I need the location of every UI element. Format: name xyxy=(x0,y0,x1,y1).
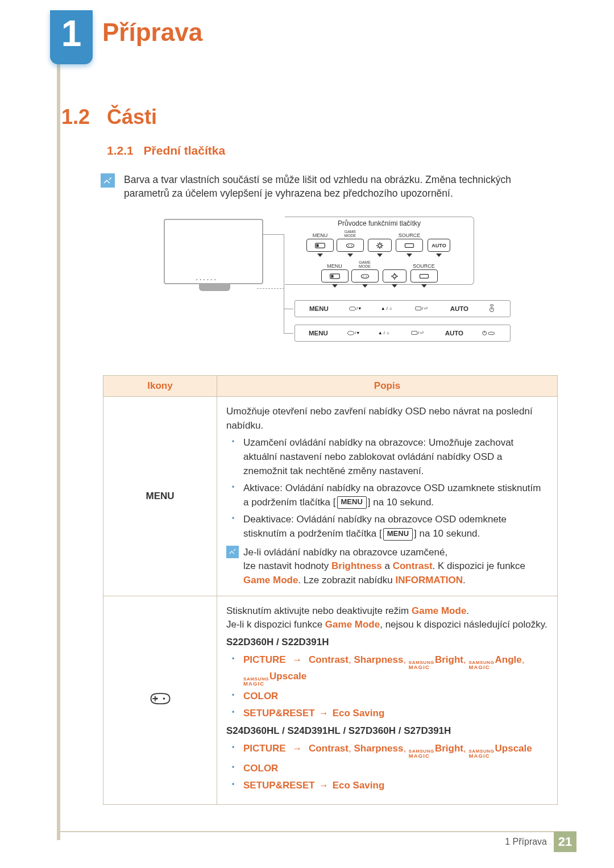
page-number: 21 xyxy=(554,832,576,852)
function-key-guide: Průvodce funkčními tlačítky MENU GAMEMOD… xyxy=(285,217,474,285)
row-desc-menu: Umožňuje otevření nebo zavření nabídky O… xyxy=(217,397,558,596)
gamemode-btn-icon xyxy=(337,239,364,252)
svg-text:/▼: /▼ xyxy=(356,306,362,311)
gamepad-icon xyxy=(148,688,173,712)
svg-rect-15 xyxy=(331,275,333,277)
svg-line-11 xyxy=(377,247,378,248)
note-icon xyxy=(101,173,115,188)
footer-chapter: 1 Příprava xyxy=(505,837,547,847)
row-desc-gamemode: Stisknutím aktivujte nebo deaktivujte re… xyxy=(217,596,558,804)
subsection-number: 1.2.1 xyxy=(107,144,134,157)
subsection-title: Přední tlačítka xyxy=(144,144,226,157)
bullet-picture-2: PICTURE → Contrast, Sharpness, SAMSUNGMA… xyxy=(235,742,548,758)
chapter-number-badge: 1 xyxy=(50,10,93,64)
svg-point-4 xyxy=(378,244,381,247)
bullet-color-2: COLOR xyxy=(235,762,548,776)
menu-pill-icon: MENU xyxy=(337,496,367,509)
guide-row-2: MENU GAMEMODE SOURCE xyxy=(288,260,470,288)
bullet-setup-1: SETUP&RESET→Eco Saving xyxy=(235,707,548,721)
svg-rect-33 xyxy=(412,331,417,335)
svg-line-12 xyxy=(381,243,382,244)
buttons-diagram: • • • • • • Průvodce funkčními tlačítky … xyxy=(164,213,482,367)
menu-pill-icon: MENU xyxy=(383,528,413,541)
svg-line-9 xyxy=(377,243,378,244)
table-row-menu: MENU Umožňuje otevření nebo zavření nabí… xyxy=(103,397,558,596)
menu-intro: Umožňuje otevření nebo zavření nabídky O… xyxy=(226,405,548,433)
section-title: Části xyxy=(107,105,157,129)
chapter-title: Příprava xyxy=(102,18,202,47)
monitor-illustration: • • • • • • xyxy=(164,219,263,284)
guide-title: Průvodce funkčními tlačítky xyxy=(288,219,470,227)
bullet-lock: Uzamčení ovládání nabídky na obrazovce: … xyxy=(235,436,548,478)
section-number: 1.2 xyxy=(61,105,90,129)
svg-rect-13 xyxy=(405,243,414,247)
table-header-icons: Ikony xyxy=(103,376,217,397)
game-mode-label: GAMEMODE xyxy=(345,230,356,238)
subsection-heading: 1.2.1 Přední tlačítka xyxy=(107,144,225,157)
svg-rect-23 xyxy=(420,274,428,278)
svg-rect-37 xyxy=(488,332,494,334)
note-icon xyxy=(226,546,239,558)
svg-point-17 xyxy=(366,276,367,277)
svg-text:/ ⏎: / ⏎ xyxy=(418,330,424,335)
bullet-picture-1: PICTURE → Contrast, Sharpness, SAMSUNGMA… xyxy=(235,653,548,686)
footer: 1 Příprava 21 xyxy=(57,831,576,852)
table-header-desc: Popis xyxy=(217,376,558,397)
models-group-1: S22D360H / S22D391H xyxy=(226,636,548,650)
row-icon-menu: MENU xyxy=(103,397,217,596)
up-brightness-icon: ▲ / ☼ xyxy=(381,305,396,312)
svg-point-2 xyxy=(349,245,350,246)
locked-note: Je-li ovládání nabídky na obrazovce uzam… xyxy=(226,546,548,588)
bullet-activate: Aktivace: Ovládání nabídky na obrazovce … xyxy=(235,481,548,509)
guide-row-1: MENU GAMEMODE SOURCE xyxy=(288,230,470,257)
buttons-table: Ikony Popis MENU Umožňuje otevření nebo … xyxy=(103,375,558,805)
svg-point-18 xyxy=(393,275,396,278)
svg-text:/ ⏎: / ⏎ xyxy=(422,306,428,311)
button-strip-1: MENU /▼ ▲ / ☼ / ⏎ AUTO xyxy=(294,300,511,317)
auto-btn: AUTO xyxy=(428,239,450,252)
gamepad-down-icon: /▼ xyxy=(348,305,362,312)
power-pill-icon xyxy=(482,329,496,337)
menu-label: MENU xyxy=(313,233,328,238)
svg-rect-41 xyxy=(152,698,157,699)
power-icon xyxy=(488,304,496,313)
table-row-gamemode: Stisknutím aktivujte nebo deaktivujte re… xyxy=(103,596,558,804)
bullet-deactivate: Deaktivace: Ovládání nabídky na obrazovc… xyxy=(235,513,548,541)
brightness-btn-icon xyxy=(368,239,392,252)
note-text: Barva a tvar vlastních součástí se může … xyxy=(124,173,556,200)
decorative-stripe xyxy=(57,26,60,840)
svg-text:/▼: /▼ xyxy=(355,330,360,335)
menu-btn-icon xyxy=(306,239,334,252)
svg-point-39 xyxy=(163,697,165,700)
bullet-color-1: COLOR xyxy=(235,690,548,704)
svg-text:▲ / ☼: ▲ / ☼ xyxy=(378,330,390,335)
models-group-2: S24D360HL / S24D391HL / S27D360H / S27D3… xyxy=(226,724,548,738)
bullet-setup-2: SETUP&RESET→Eco Saving xyxy=(235,779,548,793)
svg-rect-26 xyxy=(416,307,421,310)
svg-point-16 xyxy=(363,276,364,277)
svg-point-3 xyxy=(351,245,352,246)
svg-rect-28 xyxy=(490,305,493,306)
svg-text:▲ / ☼: ▲ / ☼ xyxy=(381,306,393,311)
svg-rect-1 xyxy=(316,244,318,247)
source-label: SOURCE xyxy=(399,233,421,238)
page: 1 Příprava 1.2 Části 1.2.1 Přední tlačít… xyxy=(0,0,614,868)
source-btn-icon xyxy=(396,239,423,252)
button-strip-2: MENU /▼ ▲ / ☼ / ⏎ AUTO xyxy=(294,325,511,342)
row-icon-gamepad xyxy=(103,596,217,804)
svg-line-10 xyxy=(381,247,382,248)
source-return-icon: / ⏎ xyxy=(415,305,431,312)
